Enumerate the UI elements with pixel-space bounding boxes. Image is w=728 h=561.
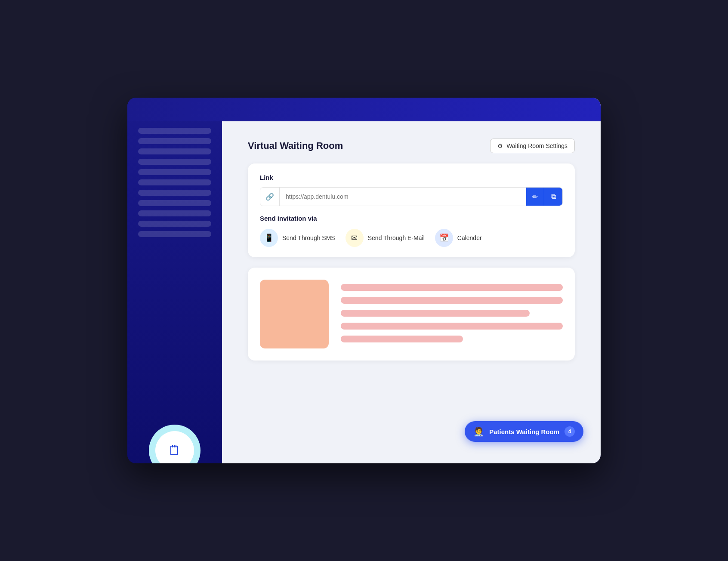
sidebar-item[interactable] — [138, 169, 211, 175]
preview-line-3 — [341, 310, 530, 317]
waiting-room-settings-button[interactable]: ⚙ Waiting Room Settings — [490, 139, 575, 153]
sidebar-item[interactable] — [138, 159, 211, 165]
sms-icon: 📱 — [260, 229, 278, 247]
invitation-options: 📱 Send Through SMS ✉ Send Through E-Mail… — [260, 229, 563, 247]
preview-content — [341, 280, 563, 342]
sidebar-item[interactable] — [138, 231, 211, 237]
sidebar-item[interactable] — [138, 210, 211, 216]
edit-icon: ✏ — [532, 193, 538, 201]
link-input[interactable] — [280, 188, 526, 206]
sidebar-item[interactable] — [138, 128, 211, 134]
send-invitation-title: Send invitation via — [260, 215, 563, 222]
settings-btn-label: Waiting Room Settings — [506, 142, 568, 149]
send-sms-option[interactable]: 📱 Send Through SMS — [260, 229, 335, 247]
sidebar-item[interactable] — [138, 200, 211, 206]
document-icon: 🗒 — [168, 443, 182, 459]
sidebar-bottom: 🗒 — [149, 425, 201, 463]
sidebar-item[interactable] — [138, 148, 211, 154]
sms-label: Send Through SMS — [282, 234, 335, 241]
sidebar-item[interactable] — [138, 179, 211, 185]
patients-waiting-room-button[interactable]: 🧑‍⚕️ Patients Waiting Room 4 — [465, 421, 583, 442]
sidebar-avatar-ring: 🗒 — [149, 425, 201, 463]
link-input-row: 🔗 ✏ ⧉ — [260, 187, 563, 206]
preview-line-5 — [341, 336, 463, 342]
calendar-icon: 📅 — [435, 229, 453, 247]
preview-line-4 — [341, 323, 563, 330]
sidebar-item[interactable] — [138, 221, 211, 227]
page-header: Virtual Waiting Room ⚙ Waiting Room Sett… — [248, 139, 575, 153]
main-content: Virtual Waiting Room ⚙ Waiting Room Sett… — [222, 98, 601, 463]
calendar-label: Calender — [457, 234, 482, 241]
waiting-room-btn-label: Patients Waiting Room — [489, 428, 559, 435]
preview-card — [248, 268, 575, 361]
email-icon: ✉ — [345, 229, 364, 247]
preview-line-2 — [341, 297, 563, 304]
copy-link-button[interactable]: ⧉ — [544, 188, 562, 206]
preview-image — [260, 280, 329, 348]
sidebar: 🗒 — [127, 98, 222, 463]
link-section-title: Link — [260, 174, 563, 181]
send-email-option[interactable]: ✉ Send Through E-Mail — [345, 229, 425, 247]
sidebar-item[interactable] — [138, 138, 211, 144]
preview-line-1 — [341, 284, 563, 291]
link-card: Link 🔗 ✏ ⧉ Send invitation via — [248, 163, 575, 257]
waiting-room-count-badge: 4 — [565, 426, 575, 437]
sidebar-avatar: 🗒 — [155, 431, 194, 463]
email-label: Send Through E-Mail — [368, 234, 425, 241]
waiting-room-icon: 🧑‍⚕️ — [473, 426, 484, 437]
edit-link-button[interactable]: ✏ — [526, 188, 544, 206]
top-bar — [127, 98, 601, 121]
calendar-option[interactable]: 📅 Calender — [435, 229, 482, 247]
page-title: Virtual Waiting Room — [248, 140, 343, 151]
link-actions: ✏ ⧉ — [526, 188, 562, 206]
sidebar-item[interactable] — [138, 190, 211, 196]
link-chain-icon: 🔗 — [260, 188, 280, 206]
copy-icon: ⧉ — [551, 193, 556, 200]
gear-icon: ⚙ — [497, 142, 503, 149]
